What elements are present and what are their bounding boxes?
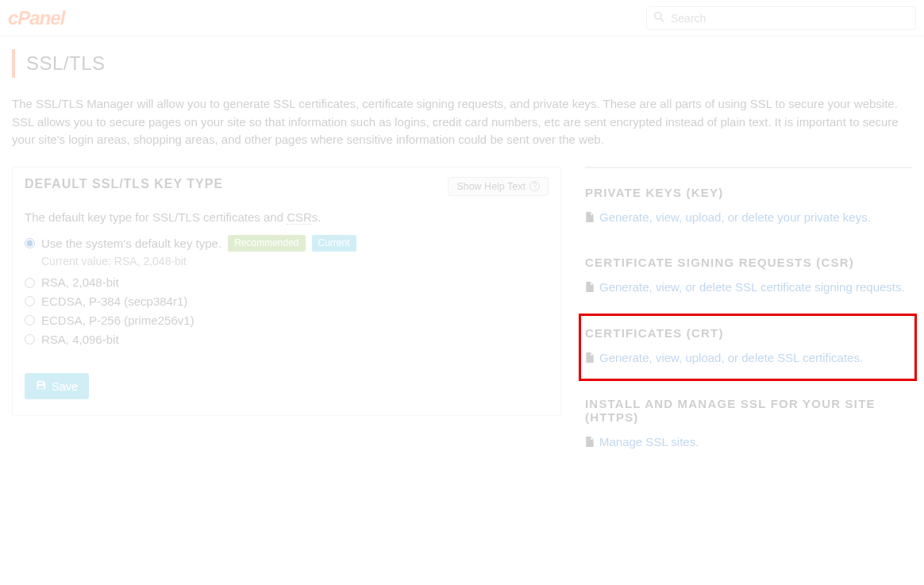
file-icon (585, 433, 595, 452)
section-title: INSTALL AND MANAGE SSL FOR YOUR SITE (HT… (585, 397, 912, 424)
radio-rsa2048[interactable] (25, 278, 35, 288)
search-input[interactable] (671, 12, 909, 25)
link-text: Generate, view, or delete SSL certificat… (599, 279, 905, 296)
keytype-options: Use the system's default key type. Recom… (25, 235, 549, 348)
keytype-option-rsa2048[interactable]: RSA, 2,048-bit (25, 274, 549, 291)
app-header: cPanel (0, 0, 924, 37)
keytype-option-rsa4096[interactable]: RSA, 4,096-bit (25, 331, 549, 348)
show-help-button[interactable]: Show Help Text ? (448, 177, 549, 196)
sidebar: PRIVATE KEYS (KEY) Generate, view, uploa… (585, 167, 912, 470)
link-csr[interactable]: Generate, view, or delete SSL certificat… (585, 279, 912, 298)
link-manage-ssl[interactable]: Manage SSL sites. (585, 433, 912, 452)
save-icon (36, 379, 47, 393)
keytype-option-label: Use the system's default key type. (41, 235, 221, 252)
keytype-option-default[interactable]: Use the system's default key type. Recom… (25, 235, 549, 252)
page-title-bar: SSL/TLS (12, 49, 912, 78)
radio-ecdsa256[interactable] (25, 315, 35, 325)
link-text: Generate, view, upload, or delete your p… (599, 209, 871, 226)
save-button[interactable]: Save (25, 373, 89, 399)
section-private-keys: PRIVATE KEYS (KEY) Generate, view, uploa… (585, 175, 912, 241)
radio-rsa4096[interactable] (25, 334, 35, 344)
current-value: Current value: RSA, 2,048-bit (41, 255, 549, 267)
section-install-ssl: INSTALL AND MANAGE SSL FOR YOUR SITE (HT… (585, 386, 912, 465)
page-intro: The SSL/TLS Manager will allow you to ge… (12, 95, 912, 149)
badge-current: Current (312, 235, 356, 252)
keytype-option-label: ECDSA, P-256 (prime256v1) (41, 312, 194, 329)
radio-default[interactable] (25, 238, 35, 248)
file-icon (585, 349, 595, 368)
help-icon: ? (529, 181, 540, 191)
keytype-description: The default key type for SSL/TLS certifi… (25, 210, 549, 224)
link-text: Manage SSL sites. (599, 433, 699, 451)
keytype-option-ecdsa384[interactable]: ECDSA, P-384 (secp384r1) (25, 293, 549, 310)
file-icon (585, 279, 595, 298)
keytype-panel: DEFAULT SSL/TLS KEY TYPE Show Help Text … (12, 167, 561, 417)
csr-acronym: CSR (287, 210, 312, 225)
section-title: CERTIFICATES (CRT) (585, 326, 912, 340)
save-label: Save (52, 380, 78, 393)
cpanel-logo: cPanel (8, 7, 64, 29)
keytype-option-label: ECDSA, P-384 (secp384r1) (41, 293, 187, 310)
show-help-label: Show Help Text (456, 181, 526, 192)
section-title: CERTIFICATE SIGNING REQUESTS (CSR) (585, 256, 912, 269)
keytype-option-label: RSA, 4,096-bit (41, 331, 119, 348)
link-certificates[interactable]: Generate, view, upload, or delete SSL ce… (585, 349, 912, 368)
file-icon (585, 209, 595, 228)
keytype-option-ecdsa256[interactable]: ECDSA, P-256 (prime256v1) (25, 312, 549, 329)
badge-recommended: Recommended (228, 235, 305, 252)
radio-ecdsa384[interactable] (25, 296, 35, 306)
link-private-keys[interactable]: Generate, view, upload, or delete your p… (585, 209, 912, 228)
link-text: Generate, view, upload, or delete SSL ce… (599, 349, 863, 367)
section-csr: CERTIFICATE SIGNING REQUESTS (CSR) Gener… (585, 244, 912, 310)
search-icon (653, 11, 664, 25)
section-title: PRIVATE KEYS (KEY) (585, 186, 912, 199)
keytype-panel-title: DEFAULT SSL/TLS KEY TYPE (25, 177, 223, 191)
search-field[interactable] (646, 6, 916, 30)
keytype-option-label: RSA, 2,048-bit (41, 274, 119, 291)
section-certificates: CERTIFICATES (CRT) Generate, view, uploa… (585, 315, 912, 381)
page-title: SSL/TLS (26, 52, 912, 75)
